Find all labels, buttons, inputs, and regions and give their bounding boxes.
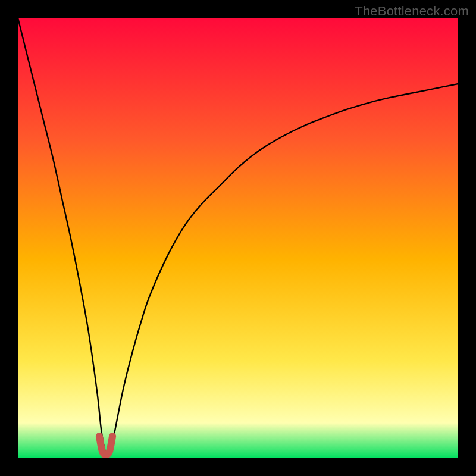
gradient-background — [18, 18, 458, 458]
watermark-text: TheBottleneck.com — [355, 4, 469, 19]
chart-stage: TheBottleneck.com — [0, 0, 476, 476]
bottleneck-plot — [18, 18, 458, 458]
